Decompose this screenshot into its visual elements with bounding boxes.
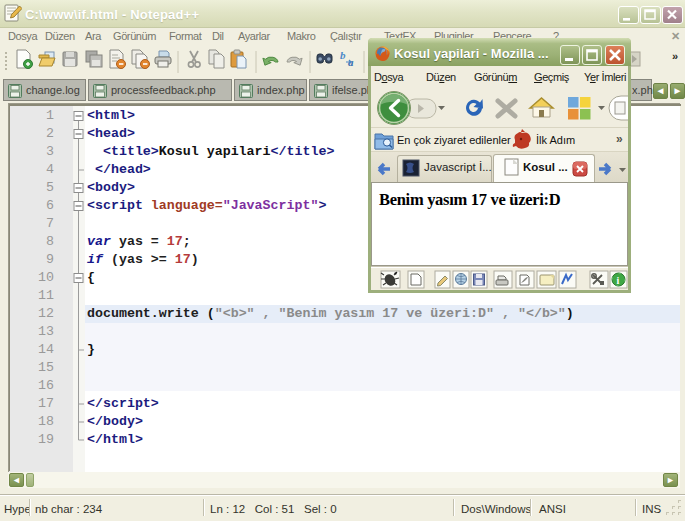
svg-text:b: b — [340, 49, 346, 61]
svg-text:»: » — [672, 50, 678, 62]
svg-text:i: i — [617, 275, 620, 286]
